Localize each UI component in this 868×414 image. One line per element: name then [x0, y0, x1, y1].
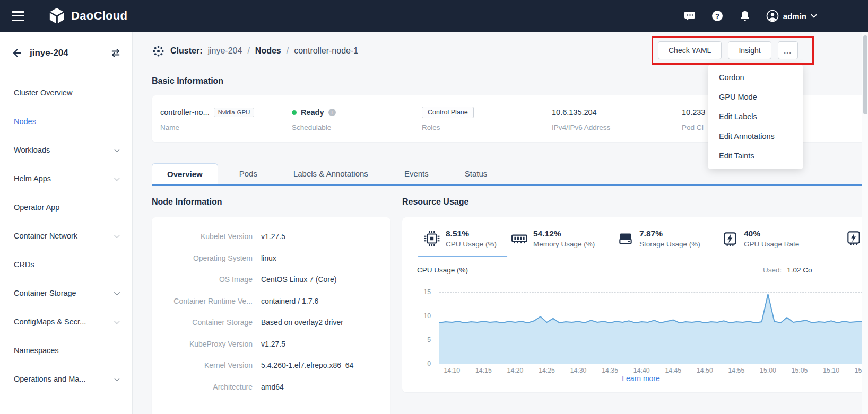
learn-more-link[interactable]: Learn more [402, 374, 862, 383]
cpu-usage-chart [439, 285, 862, 364]
field-schedulable: Ready Schedulable [292, 107, 336, 131]
chart-area [439, 294, 862, 364]
sidebar-item-crds[interactable]: CRDs [0, 250, 132, 279]
menu-item-cordon[interactable]: Cordon [708, 68, 803, 87]
sidebar-item-cluster-overview[interactable]: Cluster Overview [0, 78, 132, 107]
sidebar-item-label: Workloads [14, 146, 50, 154]
breadcrumb-current: controller-node-1 [294, 46, 358, 56]
messages-icon[interactable] [683, 10, 696, 22]
notifications-bell-icon[interactable] [739, 10, 751, 22]
metric-tab-memory[interactable]: 54.12%Memory Usage (%) [511, 229, 595, 248]
switch-cluster-icon[interactable] [110, 47, 121, 59]
daocloud-logo[interactable]: DaoCloud [48, 7, 127, 24]
sidebar-item-label: ConfigMaps & Secr... [14, 318, 86, 326]
breadcrumb-nodes-link[interactable]: Nodes [255, 46, 281, 56]
info-row: Architectureamd64 [152, 376, 390, 398]
sidebar-item-workloads[interactable]: Workloads [0, 136, 132, 164]
daocloud-logo-icon [48, 7, 66, 24]
sidebar-item-label: Operations and Ma... [14, 375, 85, 383]
sidebar-item-configmaps-secrets[interactable]: ConfigMaps & Secr... [0, 307, 132, 336]
sidebar-item-nodes[interactable]: Nodes [0, 107, 132, 136]
sidebar: jinye-204 Cluster Overview Nodes Workloa… [0, 32, 133, 414]
node-information-title: Node Information [152, 197, 222, 207]
chevron-down-icon [114, 232, 120, 238]
sidebar-nav: Cluster Overview Nodes Workloads Helm Ap… [0, 74, 132, 393]
basic-information-title: Basic Information [152, 76, 223, 86]
used-readout: Used:1.02 Co [763, 266, 812, 274]
menu-item-edit-taints[interactable]: Edit Taints [708, 146, 803, 166]
chevron-down-icon [114, 318, 120, 324]
pod-cidr-value: 10.233 [682, 108, 705, 117]
sidebar-item-namespaces[interactable]: Namespaces [0, 336, 132, 365]
menu-item-edit-annotations[interactable]: Edit Annotations [708, 127, 803, 146]
more-actions-button[interactable]: ... [778, 41, 798, 59]
sidebar-item-label: Nodes [14, 117, 36, 126]
sidebar-item-label: Container Network [14, 232, 77, 240]
resource-usage-card: 8.51%CPU Usage (%) 54.12%Memory Usage (%… [402, 217, 862, 392]
cluster-icon [152, 45, 165, 58]
field-pod-cidr: 10.233 Pod CI [682, 107, 705, 131]
insight-button[interactable]: Insight [728, 41, 771, 59]
sidebar-item-container-network[interactable]: Container Network [0, 222, 132, 250]
info-row: KubeProxy Versionv1.27.5 [152, 333, 390, 355]
tab-pods[interactable]: Pods [224, 163, 272, 184]
cluster-name-title: jinye-204 [30, 48, 102, 58]
tab-status[interactable]: Status [450, 163, 502, 184]
back-arrow-icon[interactable] [11, 47, 22, 59]
info-icon[interactable] [328, 109, 336, 116]
topbar: DaoCloud ? admin [0, 0, 868, 32]
metric-tab-gpu-memory[interactable] [845, 229, 862, 246]
metric-tab-gpu[interactable]: 40%GPU Usage Rate [722, 229, 799, 248]
chevron-down-icon [114, 375, 120, 381]
scrollbar-thumb[interactable] [863, 35, 867, 114]
vertical-scrollbar[interactable] [862, 32, 868, 414]
resource-usage-title: Resource Usage [402, 197, 468, 207]
info-row: Operating Systemlinux [152, 248, 390, 269]
cpu-icon [423, 230, 440, 247]
metric-tab-cpu[interactable]: 8.51%CPU Usage (%) [423, 229, 497, 248]
chevron-down-icon [114, 146, 120, 152]
chart-plot [439, 285, 862, 364]
tab-overview[interactable]: Overview [152, 163, 218, 184]
sidebar-item-operations-maintenance[interactable]: Operations and Ma... [0, 365, 132, 393]
y-axis-labels: 051015 [414, 285, 435, 364]
field-label: IPv4/IPv6 Address [552, 124, 610, 131]
user-account-menu[interactable]: admin [766, 10, 817, 22]
sidebar-item-helm-apps[interactable]: Helm Apps [0, 164, 132, 193]
info-row: Kubelet Versionv1.27.5 [152, 226, 390, 248]
sidebar-item-label: Cluster Overview [14, 89, 72, 97]
menu-item-gpu-mode[interactable]: GPU Mode [708, 87, 803, 107]
field-roles: Control Plane Roles [422, 107, 474, 131]
sidebar-header: jinye-204 [0, 32, 132, 74]
tab-labels-annotations[interactable]: Labels & Annotations [279, 163, 383, 184]
help-icon[interactable]: ? [711, 10, 724, 22]
storage-icon [617, 230, 634, 247]
field-label: Name [160, 124, 254, 131]
main-content: Cluster: jinye-204 / Nodes / controller-… [133, 32, 862, 414]
info-row: Container StorageBased on overlay2 drive… [152, 312, 390, 333]
chevron-down-icon [114, 289, 120, 295]
memory-icon [511, 230, 528, 247]
page-actions: Check YAML Insight ... [658, 41, 798, 59]
breadcrumb-cluster-link[interactable]: jinye-204 [207, 46, 242, 56]
info-row: Container Runtime Ve...containerd / 1.7.… [152, 290, 390, 312]
sidebar-item-label: Container Storage [14, 289, 76, 297]
sidebar-item-operator-app[interactable]: Operator App [0, 193, 132, 222]
menu-item-edit-labels[interactable]: Edit Labels [708, 107, 803, 127]
info-row: OS ImageCentOS Linux 7 (Core) [152, 269, 390, 290]
tab-events[interactable]: Events [389, 163, 444, 184]
nvidia-gpu-tag: Nvidia-GPU [214, 108, 255, 117]
breadcrumb-prefix: Cluster: [170, 46, 202, 56]
chevron-down-icon [114, 175, 120, 181]
gpu-icon [722, 230, 739, 247]
sidebar-item-container-storage[interactable]: Container Storage [0, 279, 132, 307]
info-row: Kernel Version5.4.260-1.el7.elrepo.x86_6… [152, 355, 390, 376]
check-yaml-button[interactable]: Check YAML [658, 41, 722, 59]
chart-title: CPU Usage (%) [417, 266, 468, 274]
control-plane-badge: Control Plane [422, 107, 474, 118]
username-label: admin [783, 12, 806, 21]
menu-toggle-icon[interactable] [12, 11, 24, 21]
metric-tab-storage[interactable]: 7.87%Storage Usage (%) [617, 229, 700, 248]
sidebar-item-label: Operator App [14, 203, 59, 212]
avatar-icon [766, 10, 779, 22]
